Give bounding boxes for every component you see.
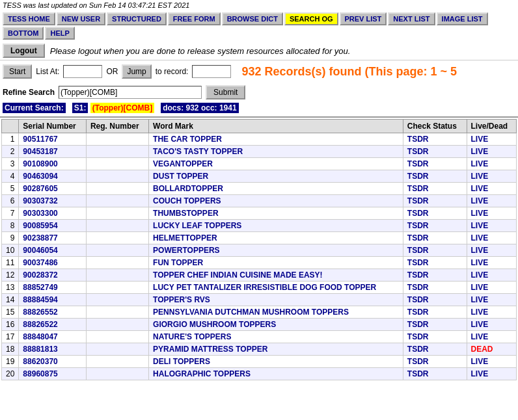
check-status-link[interactable]: TSDR [407, 283, 429, 292]
check-status-link[interactable]: TSDR [407, 258, 429, 267]
check-status[interactable]: TSDR [403, 269, 467, 282]
word-mark-link[interactable]: HALOGRAPHIC TOPPERS [153, 369, 251, 378]
word-mark[interactable]: VEGANTOPPER [149, 158, 403, 170]
serial-number-link[interactable]: 88960875 [23, 369, 57, 378]
check-status[interactable]: TSDR [403, 319, 467, 331]
word-mark[interactable]: TACO'S TASTY TOPPER [149, 146, 403, 158]
check-status[interactable]: TSDR [403, 343, 467, 356]
check-status[interactable]: TSDR [403, 207, 467, 220]
check-status[interactable]: TSDR [403, 133, 467, 146]
serial-number[interactable]: 88620370 [19, 356, 87, 368]
check-status-link[interactable]: TSDR [407, 221, 429, 230]
serial-number[interactable]: 88884594 [19, 294, 87, 306]
word-mark[interactable]: GIORGIO MUSHROOM TOPPERS [149, 319, 403, 331]
check-status-link[interactable]: TSDR [407, 233, 429, 243]
serial-number-link[interactable]: 88884594 [23, 295, 57, 304]
check-status[interactable]: TSDR [403, 282, 467, 294]
structured-btn[interactable]: STRUCTURED [107, 12, 167, 25]
refine-search-input[interactable] [59, 86, 202, 99]
check-status-link[interactable]: TSDR [407, 184, 429, 193]
word-mark-link[interactable]: GIORGIO MUSHROOM TOPPERS [153, 320, 276, 329]
word-mark[interactable]: COUCH TOPPERS [149, 195, 403, 207]
word-mark-link[interactable]: THE CAR TOPPER [153, 135, 222, 144]
list-at-input[interactable] [63, 65, 102, 78]
word-mark-link[interactable]: TACO'S TASTY TOPPER [153, 147, 243, 156]
check-status-link[interactable]: TSDR [407, 172, 429, 181]
check-status-link[interactable]: TSDR [407, 147, 429, 156]
check-status[interactable]: TSDR [403, 195, 467, 207]
new-user-btn[interactable]: NEW USER [57, 12, 105, 25]
submit-button[interactable]: Submit [206, 85, 245, 99]
serial-number-link[interactable]: 88881813 [23, 345, 57, 354]
word-mark[interactable]: PENNSYLVANIA DUTCHMAN MUSHROOM TOPPERS [149, 306, 403, 319]
word-mark[interactable]: DELI TOPPERS [149, 356, 403, 368]
serial-number[interactable]: 90303300 [19, 207, 87, 220]
serial-number-link[interactable]: 90028372 [23, 270, 57, 280]
check-status-link[interactable]: TSDR [407, 295, 429, 304]
word-mark[interactable]: HELMETTOPPER [149, 232, 403, 244]
start-button[interactable]: Start [3, 64, 32, 79]
word-mark-link[interactable]: THUMBSTOPPER [153, 209, 218, 218]
check-status[interactable]: TSDR [403, 146, 467, 158]
word-mark-link[interactable]: LUCY PET TANTALIZER IRRESISTIBLE DOG FOO… [153, 283, 376, 292]
tess-home-btn[interactable]: TESS HOME [3, 12, 55, 25]
serial-number[interactable]: 90238877 [19, 232, 87, 244]
word-mark-link[interactable]: VEGANTOPPER [153, 159, 213, 168]
serial-number[interactable]: 90046054 [19, 244, 87, 257]
serial-number-link[interactable]: 90085954 [23, 221, 57, 230]
word-mark[interactable]: PYRAMID MATTRESS TOPPER [149, 343, 403, 356]
serial-number[interactable]: 90028372 [19, 269, 87, 282]
serial-number-link[interactable]: 90037486 [23, 258, 57, 267]
word-mark-link[interactable]: TOPPER'S RVS [153, 295, 210, 304]
word-mark[interactable]: THUMBSTOPPER [149, 207, 403, 220]
serial-number-link[interactable]: 90463094 [23, 172, 57, 181]
serial-number[interactable]: 90085954 [19, 220, 87, 232]
check-status-link[interactable]: TSDR [407, 246, 429, 255]
check-status[interactable]: TSDR [403, 232, 467, 244]
serial-number-link[interactable]: 90238877 [23, 233, 57, 243]
check-status[interactable]: TSDR [403, 331, 467, 343]
word-mark[interactable]: LUCKY LEAF TOPPERS [149, 220, 403, 232]
serial-number[interactable]: 88826522 [19, 319, 87, 331]
check-status-link[interactable]: TSDR [407, 159, 429, 168]
serial-number[interactable]: 90037486 [19, 257, 87, 269]
check-status[interactable]: TSDR [403, 220, 467, 232]
serial-number[interactable]: 88852749 [19, 282, 87, 294]
serial-number-link[interactable]: 90046054 [23, 246, 57, 255]
check-status-link[interactable]: TSDR [407, 209, 429, 218]
serial-number-link[interactable]: 90287605 [23, 184, 57, 193]
check-status[interactable]: TSDR [403, 294, 467, 306]
check-status-link[interactable]: TSDR [407, 345, 429, 354]
word-mark-link[interactable]: TOPPER CHEF INDIAN CUISINE MADE EASY! [153, 270, 322, 280]
word-mark-link[interactable]: POWERTOPPERS [153, 246, 219, 255]
serial-number-link[interactable]: 88826522 [23, 320, 57, 329]
image-list-btn[interactable]: IMAGE LIST [437, 12, 488, 25]
serial-number[interactable]: 90287605 [19, 183, 87, 195]
check-status-link[interactable]: TSDR [407, 357, 429, 366]
to-record-input[interactable] [192, 65, 231, 78]
serial-number-link[interactable]: 90511767 [23, 135, 57, 144]
serial-number-link[interactable]: 88620370 [23, 357, 57, 366]
serial-number[interactable]: 88848047 [19, 331, 87, 343]
browse-dict-btn[interactable]: BROWSE DICT [222, 12, 283, 25]
serial-number[interactable]: 90108900 [19, 158, 87, 170]
word-mark-link[interactable]: FUN TOPPER [153, 258, 203, 267]
check-status[interactable]: TSDR [403, 368, 467, 380]
check-status-link[interactable]: TSDR [407, 308, 429, 317]
word-mark-link[interactable]: COUCH TOPPERS [153, 196, 221, 205]
logout-button[interactable]: Logout [3, 44, 45, 58]
check-status-link[interactable]: TSDR [407, 320, 429, 329]
word-mark-link[interactable]: NATURE'S TOPPERS [153, 332, 231, 341]
serial-number-link[interactable]: 90108900 [23, 159, 57, 168]
serial-number[interactable]: 88960875 [19, 368, 87, 380]
check-status[interactable]: TSDR [403, 244, 467, 257]
word-mark[interactable]: FUN TOPPER [149, 257, 403, 269]
word-mark-link[interactable]: BOLLARDTOPPER [153, 184, 223, 193]
check-status[interactable]: TSDR [403, 356, 467, 368]
serial-number[interactable]: 90511767 [19, 133, 87, 146]
serial-number[interactable]: 90303732 [19, 195, 87, 207]
check-status[interactable]: TSDR [403, 170, 467, 183]
check-status[interactable]: TSDR [403, 183, 467, 195]
word-mark-link[interactable]: LUCKY LEAF TOPPERS [153, 221, 241, 230]
serial-number-link[interactable]: 90303732 [23, 196, 57, 205]
